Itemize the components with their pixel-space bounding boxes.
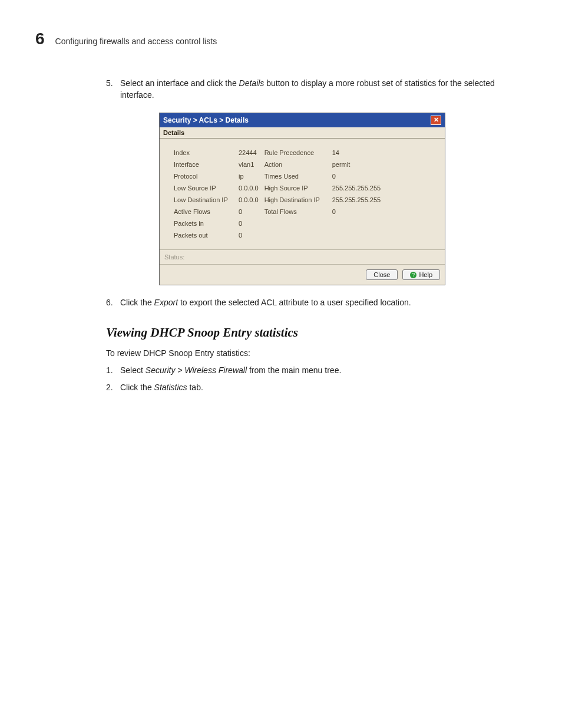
text: from the main menu tree.	[247, 365, 341, 375]
active-flows-label: Active Flows	[174, 208, 239, 215]
packets-in-value: 0	[239, 220, 259, 227]
rule-precedence-label: Rule Precedence	[265, 149, 332, 156]
status-label: Status:	[164, 253, 184, 261]
text: Click the	[120, 383, 154, 392]
text: to export the selected ACL attribute to …	[178, 298, 411, 307]
text: Select	[120, 365, 146, 375]
status-bar: Status:	[160, 249, 445, 264]
step-6: 6. Click the Export to export the select…	[106, 297, 518, 309]
index-label: Index	[174, 149, 239, 156]
details-tab[interactable]: Details	[160, 127, 445, 139]
close-icon[interactable]: ✕	[431, 116, 441, 125]
help-button[interactable]: ? Help	[402, 269, 440, 280]
high-source-ip-label: High Source IP	[265, 185, 332, 192]
packets-out-label: Packets out	[174, 232, 239, 239]
close-button[interactable]: Close	[366, 269, 398, 280]
total-flows-label: Total Flows	[265, 208, 332, 215]
step-number: 1.	[106, 365, 120, 377]
rule-precedence-value: 14	[332, 149, 381, 156]
step-5: 5. Select an interface and click the Det…	[106, 78, 518, 101]
details-left-column: Index 22444 Interface vlan1 Protocol ip …	[174, 149, 259, 239]
details-keyword: Details	[239, 78, 265, 88]
action-value: permit	[332, 161, 381, 168]
substep-2: 2. Click the Statistics tab.	[106, 382, 518, 394]
section-heading: Viewing DHCP Snoop Entry statistics	[106, 325, 518, 340]
step-text: Select an interface and click the Detail…	[120, 78, 518, 101]
step-text: Click the Export to export the selected …	[120, 297, 518, 309]
export-keyword: Export	[154, 298, 178, 307]
help-icon: ?	[410, 272, 416, 278]
substep-1: 1. Select Security > Wireless Firewall f…	[106, 365, 518, 377]
low-source-ip-label: Low Source IP	[174, 185, 239, 192]
protocol-label: Protocol	[174, 173, 239, 180]
high-dest-ip-label: High Destination IP	[265, 196, 332, 203]
dialog-titlebar: Security > ACLs > Details ✕	[160, 113, 445, 127]
chapter-number: 6	[35, 29, 45, 48]
active-flows-value: 0	[239, 208, 259, 215]
help-button-label: Help	[419, 271, 432, 278]
total-flows-value: 0	[332, 208, 381, 215]
step-text: Select Security > Wireless Firewall from…	[120, 365, 518, 377]
low-source-ip-value: 0.0.0.0	[239, 185, 259, 192]
action-label: Action	[265, 161, 332, 168]
details-panel: Index 22444 Interface vlan1 Protocol ip …	[160, 139, 445, 249]
acl-details-dialog: Security > ACLs > Details ✕ Details Inde…	[159, 113, 445, 285]
index-value: 22444	[239, 149, 259, 156]
step-number: 5.	[106, 78, 120, 101]
section-intro: To review DHCP Snoop Entry statistics:	[106, 348, 518, 358]
low-dest-ip-value: 0.0.0.0	[239, 196, 259, 203]
protocol-value: ip	[239, 173, 259, 180]
page-header: 6 Configuring firewalls and access contr…	[35, 29, 527, 48]
menu-path: Security > Wireless Firewall	[146, 365, 247, 375]
text: Select an interface and click the	[120, 78, 239, 88]
step-text: Click the Statistics tab.	[120, 382, 518, 394]
interface-value: vlan1	[239, 161, 259, 168]
statistics-keyword: Statistics	[154, 383, 187, 392]
interface-label: Interface	[174, 161, 239, 168]
dialog-button-row: Close ? Help	[160, 264, 445, 285]
text: Click the	[120, 298, 154, 307]
high-dest-ip-value: 255.255.255.255	[332, 196, 381, 203]
times-used-label: Times Used	[265, 173, 332, 180]
low-dest-ip-label: Low Destination IP	[174, 196, 239, 203]
text: tab.	[187, 383, 203, 392]
details-right-column: Rule Precedence 14 Action permit Times U…	[265, 149, 381, 239]
packets-out-value: 0	[239, 232, 259, 239]
step-number: 6.	[106, 297, 120, 309]
packets-in-label: Packets in	[174, 220, 239, 227]
close-button-label: Close	[373, 271, 390, 278]
chapter-title: Configuring firewalls and access control…	[55, 37, 217, 46]
high-source-ip-value: 255.255.255.255	[332, 185, 381, 192]
dialog-title: Security > ACLs > Details	[163, 116, 249, 124]
times-used-value: 0	[332, 173, 381, 180]
step-number: 2.	[106, 382, 120, 394]
